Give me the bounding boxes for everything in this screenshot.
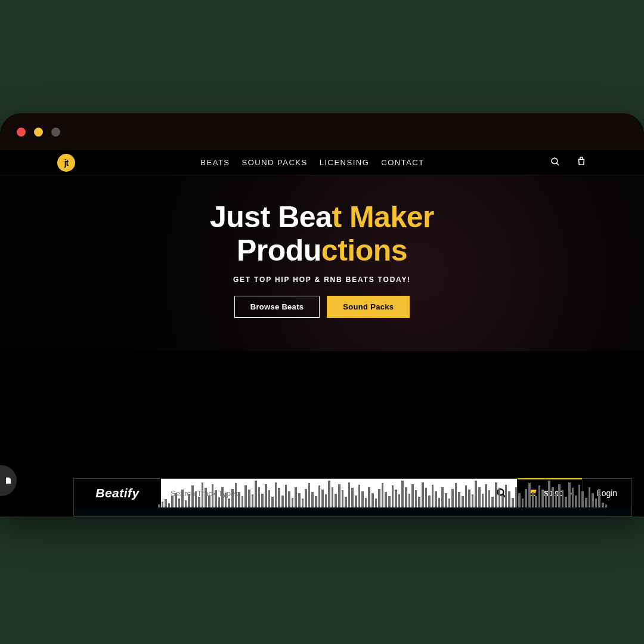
site-logo[interactable]: jt xyxy=(57,154,75,172)
search-icon[interactable] xyxy=(550,156,561,169)
hero-buttons: Browse Beats Sound Packs xyxy=(12,296,632,318)
mac-titlebar xyxy=(0,113,644,150)
waveform[interactable] xyxy=(158,467,608,507)
window-close-dot[interactable] xyxy=(17,128,26,137)
nav-links: BEATS SOUND PACKS LICENSING CONTACT xyxy=(200,158,424,167)
cart-icon[interactable] xyxy=(576,156,587,169)
beatify-brand: Beatify xyxy=(74,479,161,507)
sound-packs-button[interactable]: Sound Packs xyxy=(327,296,410,318)
window-minimize-dot[interactable] xyxy=(34,128,43,137)
svg-line-1 xyxy=(557,163,559,165)
nav-link-soundpacks[interactable]: SOUND PACKS xyxy=(242,158,308,167)
browse-beats-button[interactable]: Browse Beats xyxy=(234,296,320,318)
beatify-panel: Beatify $0.00 ▾ Login Taste | Cit xyxy=(73,478,632,516)
hero-section: Just Beat Maker Productions GET TOP HIP … xyxy=(0,175,644,351)
nav-right xyxy=(550,156,587,169)
browser-window: jt BEATS SOUND PACKS LICENSING CONTACT J… xyxy=(0,113,644,516)
svg-point-0 xyxy=(552,158,558,164)
site-navbar: jt BEATS SOUND PACKS LICENSING CONTACT xyxy=(0,150,644,175)
hero-subtitle: GET TOP HIP HOP & RNB BEATS TODAY! xyxy=(12,275,632,284)
site-logo-text: jt xyxy=(64,158,69,168)
nav-link-contact[interactable]: CONTACT xyxy=(381,158,424,167)
window-zoom-dot[interactable] xyxy=(51,128,60,137)
hero-title: Just Beat Maker Productions xyxy=(12,200,632,267)
nav-link-beats[interactable]: BEATS xyxy=(200,158,230,167)
featured-track: Taste | City Girls Type Beat GENRE TRAP … xyxy=(74,507,631,516)
nav-link-licensing[interactable]: LICENSING xyxy=(320,158,370,167)
